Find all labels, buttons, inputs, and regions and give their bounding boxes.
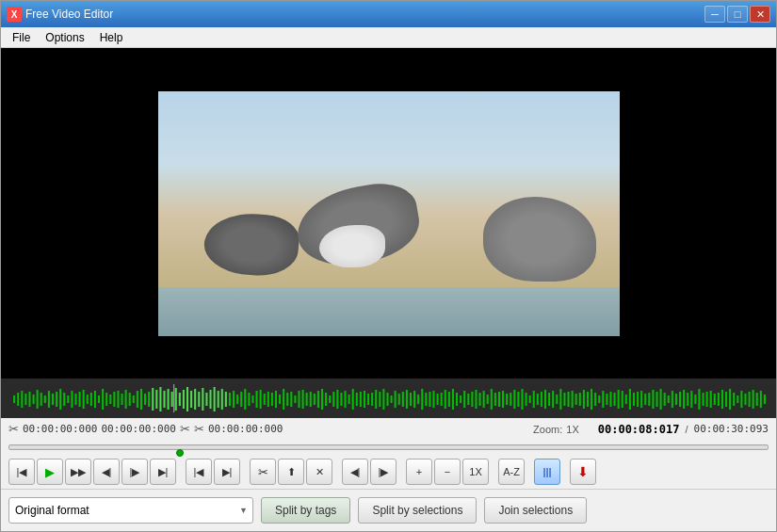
current-time: 00:00:08:017: [598, 423, 680, 436]
svg-rect-18: [79, 392, 81, 407]
svg-rect-157: [614, 393, 616, 406]
svg-rect-14: [63, 393, 65, 406]
menu-help[interactable]: Help: [92, 29, 131, 46]
svg-rect-187: [729, 389, 731, 410]
svg-rect-3: [21, 391, 23, 408]
next-frame-button[interactable]: |▶: [121, 459, 148, 485]
cut-button[interactable]: ✂: [250, 459, 276, 485]
svg-rect-98: [386, 393, 388, 406]
maximize-button[interactable]: □: [727, 6, 748, 23]
minimize-button[interactable]: ─: [704, 6, 725, 23]
svg-rect-100: [395, 391, 397, 408]
svg-rect-66: [264, 394, 266, 405]
svg-rect-13: [59, 389, 61, 410]
svg-rect-1: [13, 395, 15, 403]
go-to-start-button[interactable]: |◀: [8, 459, 35, 485]
svg-rect-35: [144, 394, 146, 405]
main-window: X Free Video Editor ─ □ ✕ File Options H…: [0, 0, 777, 532]
download-button[interactable]: ⬇: [570, 459, 596, 485]
svg-rect-149: [583, 390, 585, 409]
svg-rect-185: [721, 390, 723, 409]
step-forward-button[interactable]: ▶▶: [65, 459, 91, 485]
svg-rect-170: [664, 393, 666, 406]
svg-rect-49: [198, 392, 200, 407]
svg-rect-83: [329, 395, 331, 403]
zoom-reset-button[interactable]: 1X: [462, 459, 489, 485]
svg-rect-195: [760, 391, 762, 408]
close-button[interactable]: ✕: [750, 6, 770, 23]
svg-rect-51: [205, 393, 207, 406]
svg-rect-126: [494, 393, 496, 406]
az-button[interactable]: A-Z: [498, 459, 525, 485]
menu-file[interactable]: File: [5, 29, 38, 46]
svg-rect-129: [506, 394, 508, 405]
svg-rect-178: [694, 395, 696, 404]
svg-rect-40: [163, 391, 165, 408]
next-marker-button[interactable]: |▶: [370, 459, 397, 485]
prev-marker-button[interactable]: ◀|: [342, 459, 368, 485]
cut-icon-right: ✂: [180, 422, 190, 436]
prev-frame-button[interactable]: ◀|: [93, 459, 120, 485]
timeline-playhead[interactable]: [176, 449, 184, 457]
svg-rect-5: [28, 392, 30, 407]
svg-rect-80: [317, 391, 319, 408]
split-by-selections-button[interactable]: Split by selections: [358, 497, 477, 524]
svg-rect-6: [33, 395, 35, 404]
zoom-label: Zoom:: [533, 424, 562, 435]
svg-rect-39: [159, 387, 161, 411]
video-area: [1, 48, 776, 379]
svg-rect-135: [529, 395, 531, 403]
format-select[interactable]: Original format MP4 AVI MOV MKV: [8, 497, 253, 524]
svg-rect-121: [475, 390, 477, 409]
svg-rect-2: [17, 393, 19, 406]
seal-3: [483, 197, 596, 282]
svg-rect-86: [340, 393, 342, 406]
svg-rect-67: [267, 392, 269, 407]
svg-rect-182: [710, 391, 712, 408]
join-selections-button[interactable]: Join selections: [484, 497, 587, 524]
svg-rect-179: [698, 389, 700, 410]
svg-rect-41: [168, 389, 170, 410]
delete-button[interactable]: ✕: [306, 459, 332, 485]
svg-rect-11: [52, 394, 54, 405]
zoom-in-button[interactable]: +: [406, 459, 432, 485]
svg-rect-142: [556, 395, 558, 404]
cut-icon-right2: ✂: [194, 422, 204, 436]
menu-options[interactable]: Options: [38, 29, 91, 46]
svg-rect-183: [714, 394, 716, 405]
svg-rect-34: [140, 389, 142, 410]
timeline-row: [8, 440, 769, 455]
svg-rect-189: [737, 395, 738, 403]
svg-rect-141: [552, 391, 554, 408]
timecode-end: 00:00:00:000: [101, 423, 175, 435]
extract-button[interactable]: ⬆: [278, 459, 304, 485]
svg-rect-96: [379, 392, 380, 407]
go-to-end-button[interactable]: ▶|: [150, 459, 176, 485]
svg-rect-133: [521, 389, 523, 410]
play-button[interactable]: ▶: [37, 459, 63, 485]
svg-rect-38: [155, 390, 157, 409]
svg-rect-15: [67, 395, 69, 403]
svg-rect-196: [764, 395, 766, 404]
svg-rect-122: [479, 393, 481, 406]
timeline-track[interactable]: [8, 444, 769, 450]
time-separator: /: [685, 424, 688, 435]
svg-rect-93: [367, 394, 369, 405]
svg-rect-58: [233, 391, 235, 408]
split-by-tags-button[interactable]: Split by tags: [261, 497, 350, 524]
first-frame-button[interactable]: |◀: [186, 459, 212, 485]
svg-rect-8: [40, 393, 42, 406]
svg-rect-90: [356, 393, 358, 406]
svg-rect-29: [121, 394, 123, 405]
svg-rect-52: [209, 390, 211, 409]
svg-rect-60: [240, 392, 242, 407]
last-frame-button[interactable]: ▶|: [214, 459, 240, 485]
svg-rect-123: [483, 391, 485, 408]
svg-rect-19: [83, 390, 85, 409]
zoom-out-button[interactable]: −: [434, 459, 461, 485]
svg-rect-91: [360, 392, 362, 407]
waveform-canvas: [8, 384, 769, 412]
waveform-button[interactable]: |||: [534, 459, 560, 485]
svg-rect-107: [421, 389, 423, 410]
svg-rect-20: [87, 395, 89, 404]
